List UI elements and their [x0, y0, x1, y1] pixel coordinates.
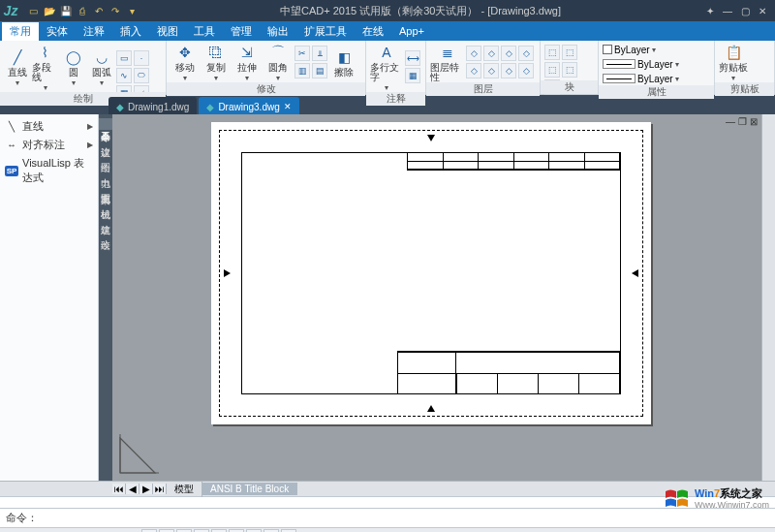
- layer-b-icon[interactable]: ◇: [483, 46, 499, 61]
- nav-next-icon[interactable]: ▶: [140, 484, 153, 494]
- tool-palette: ╲直线▶ ↔对齐标注▶ SPVisualLisp 表达式: [0, 114, 99, 481]
- polyline-icon: ⌇: [36, 43, 55, 62]
- draw-spline-icon[interactable]: ∿: [116, 68, 132, 83]
- arc-button[interactable]: ◡圆弧▾: [88, 47, 114, 87]
- mdi-close-icon[interactable]: ⊠: [750, 116, 758, 127]
- qat-undo-icon[interactable]: ↶: [91, 3, 107, 18]
- doc-tab-2[interactable]: ◆Drawing3.dwg✕: [199, 97, 298, 114]
- qat-print-icon[interactable]: ⎙: [75, 3, 90, 18]
- group-label-modify: 修改: [167, 82, 365, 96]
- tab-online[interactable]: 在线: [355, 22, 391, 41]
- qat-save-icon[interactable]: 💾: [58, 3, 74, 18]
- command-line[interactable]: 命令：: [0, 508, 775, 527]
- tab-extended[interactable]: 扩展工具: [296, 22, 355, 41]
- modify-mirror-icon[interactable]: ▥: [294, 63, 310, 78]
- tab-view[interactable]: 视图: [149, 22, 186, 41]
- sidetab-1[interactable]: 建议: [99, 134, 112, 145]
- tab-annotate[interactable]: 注释: [76, 22, 112, 41]
- draw-rect-icon[interactable]: ▭: [116, 50, 132, 66]
- layer-a-icon[interactable]: ◇: [466, 46, 481, 61]
- layer-e-icon[interactable]: ◇: [466, 63, 481, 78]
- cmd-prompt: 命令：: [6, 511, 38, 525]
- mdi-restore-icon[interactable]: ❐: [738, 116, 747, 127]
- layer-h-icon[interactable]: ◇: [518, 63, 534, 78]
- sidetab-7[interactable]: 绘改: [99, 227, 112, 238]
- erase-button[interactable]: ◧擦除: [329, 47, 358, 78]
- nav-first-icon[interactable]: ⏮: [112, 484, 126, 494]
- copy-button[interactable]: ⿻复制▾: [202, 43, 231, 82]
- center-arrow-top-icon: [427, 135, 435, 141]
- sp-icon: SP: [5, 164, 18, 177]
- qat-dropdown-icon[interactable]: ▾: [124, 3, 140, 18]
- maximize-icon[interactable]: ▢: [738, 4, 752, 17]
- sidetab-6[interactable]: 建筑: [99, 211, 112, 223]
- palette-item-vlisp[interactable]: SPVisualLisp 表达式: [2, 154, 96, 187]
- fillet-button[interactable]: ⌒圆角▾: [264, 43, 293, 82]
- mtext-button[interactable]: A多行文字▾: [370, 43, 403, 92]
- tab-insert[interactable]: 插入: [112, 22, 149, 41]
- block-attr-icon[interactable]: ⬚: [562, 62, 577, 78]
- tab-model[interactable]: 模型: [167, 482, 202, 497]
- modify-offset-icon[interactable]: ⫫: [312, 46, 327, 61]
- qat-open-icon[interactable]: 📂: [42, 3, 57, 18]
- tab-entity[interactable]: 实体: [39, 22, 76, 41]
- palette-item-dim[interactable]: ↔对齐标注▶: [2, 136, 96, 154]
- tab-manage[interactable]: 管理: [223, 22, 260, 41]
- sidetab-0[interactable]: 命令工具: [99, 118, 112, 130]
- draw-dot-icon[interactable]: ·: [134, 50, 149, 66]
- modify-trim-icon[interactable]: ✂: [294, 46, 310, 61]
- tab-close-icon[interactable]: ✕: [284, 102, 292, 111]
- layer-d-icon[interactable]: ◇: [518, 46, 534, 61]
- vertical-scrollbar[interactable]: [761, 114, 775, 481]
- dim-icon[interactable]: ⟷: [405, 50, 420, 66]
- help-icon[interactable]: ✦: [703, 4, 717, 17]
- layers-icon: ≣: [438, 43, 457, 62]
- linetype-dropdown[interactable]: ByLayer▾: [603, 57, 710, 71]
- center-arrow-bottom-icon: [427, 405, 435, 412]
- circle-button[interactable]: ◯圆▾: [60, 47, 86, 87]
- lineweight-dropdown[interactable]: ByLayer▾: [603, 72, 710, 85]
- cmd-history[interactable]: [0, 496, 775, 508]
- stretch-button[interactable]: ⇲拉伸▾: [232, 43, 262, 82]
- layer-c-icon[interactable]: ◇: [501, 46, 516, 61]
- nav-prev-icon[interactable]: ◀: [126, 484, 140, 494]
- line-icon: ╱: [8, 47, 27, 67]
- move-button[interactable]: ✥移动▾: [170, 43, 200, 82]
- block-create-icon[interactable]: ⬚: [562, 45, 577, 60]
- sidetab-4[interactable]: 填充图案: [99, 180, 112, 192]
- minimize-icon[interactable]: —: [721, 4, 734, 17]
- draw-ellipse-icon[interactable]: ⬭: [134, 68, 149, 83]
- app-logo[interactable]: Jz: [0, 0, 21, 21]
- qat-redo-icon[interactable]: ↷: [108, 3, 123, 18]
- tab-layout-ansi[interactable]: ANSI B Title Block: [202, 483, 297, 495]
- sidetab-5[interactable]: 机械: [99, 196, 112, 207]
- color-dropdown[interactable]: ByLayer▾: [603, 43, 710, 56]
- clipboard-button[interactable]: 📋剪贴板▾: [719, 43, 748, 82]
- palette-item-line[interactable]: ╲直线▶: [2, 117, 96, 136]
- drawing-canvas[interactable]: — ❐ ⊠: [112, 114, 761, 481]
- block-insert-icon[interactable]: ⬚: [544, 45, 560, 60]
- line-button[interactable]: ╱直线▾: [4, 47, 30, 87]
- polyline-button[interactable]: ⌇多段线▾: [32, 43, 58, 92]
- tab-tools[interactable]: 工具: [186, 22, 223, 41]
- table-icon[interactable]: ▦: [405, 68, 420, 83]
- layer-g-icon[interactable]: ◇: [501, 63, 516, 78]
- sidetab-2[interactable]: 绘图: [99, 149, 112, 161]
- tab-output[interactable]: 输出: [260, 22, 296, 41]
- move-icon: ✥: [175, 43, 195, 62]
- fillet-icon: ⌒: [268, 43, 288, 62]
- layer-props-button[interactable]: ≣图层特性: [430, 43, 464, 82]
- close-icon[interactable]: ✕: [756, 4, 769, 17]
- block-edit-icon[interactable]: ⬚: [544, 62, 560, 78]
- layer-f-icon[interactable]: ◇: [483, 63, 499, 78]
- mdi-min-icon[interactable]: —: [726, 116, 735, 127]
- doc-tab-1[interactable]: ◆Drawing1.dwg: [108, 97, 197, 114]
- modify-array-icon[interactable]: ▤: [312, 63, 327, 78]
- ribbon-tabs: 常用 实体 注释 插入 视图 工具 管理 输出 扩展工具 在线 App+: [0, 21, 775, 41]
- sidetab-3[interactable]: 电力: [99, 165, 112, 176]
- tab-common[interactable]: 常用: [2, 22, 39, 41]
- nav-last-icon[interactable]: ⏭: [153, 484, 167, 494]
- tab-app[interactable]: App+: [391, 23, 432, 39]
- qat-new-icon[interactable]: ▭: [25, 3, 41, 18]
- ribbon-group-modify: ✥移动▾ ⿻复制▾ ⇲拉伸▾ ⌒圆角▾ ✂⫫ ▥▤ ◧擦除 修改: [167, 41, 366, 94]
